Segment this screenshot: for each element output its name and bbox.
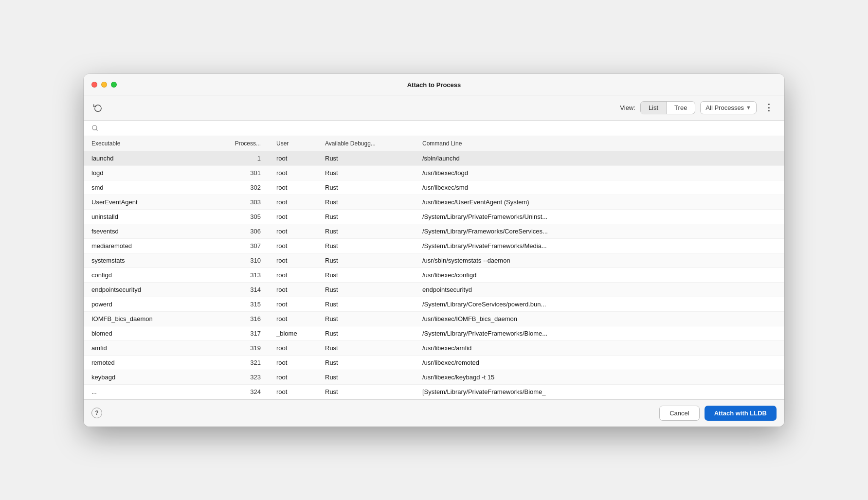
search-input[interactable] [102, 125, 777, 132]
table-cell-pid: 313 [220, 268, 269, 282]
table-cell-debug: Rust [317, 165, 415, 180]
table-cell-debug: Rust [317, 297, 415, 311]
maximize-button[interactable] [111, 82, 117, 88]
table-cell-debug: Rust [317, 311, 415, 326]
minimize-button[interactable] [101, 82, 107, 88]
table-cell-user: root [269, 340, 317, 355]
column-header-executable[interactable]: Executable [84, 136, 220, 151]
table-cell-pid: 1 [220, 151, 269, 165]
table-cell-cmdline: /System/Library/Frameworks/CoreServices.… [415, 224, 784, 238]
table-cell-pid: 323 [220, 370, 269, 384]
table-row[interactable]: IOMFB_bics_daemon316rootRust/usr/libexec… [84, 311, 784, 326]
help-button[interactable]: ? [91, 408, 102, 418]
table-cell-cmdline: /usr/libexec/amfid [415, 340, 784, 355]
table-cell-debug: Rust [317, 268, 415, 282]
table-row[interactable]: powerd315rootRust/System/Library/CoreSer… [84, 297, 784, 311]
table-cell-cmdline: /usr/libexec/IOMFB_bics_daemon [415, 311, 784, 326]
table-cell-user: root [269, 297, 317, 311]
table-cell-pid: 315 [220, 297, 269, 311]
table-row[interactable]: configd313rootRust/usr/libexec/configd [84, 268, 784, 282]
table-cell-user: root [269, 195, 317, 209]
table-row[interactable]: systemstats310rootRust/usr/sbin/systemst… [84, 253, 784, 268]
table-row[interactable]: launchd1rootRust/sbin/launchd [84, 151, 784, 165]
table-cell-cmdline: /usr/libexec/remoted [415, 355, 784, 370]
column-header-pid[interactable]: Process... [220, 136, 269, 151]
table-cell-pid: 305 [220, 209, 269, 224]
table-cell-pid: 301 [220, 165, 269, 180]
table-cell-executable: endpointsecurityd [84, 282, 220, 297]
table-row[interactable]: uninstalld305rootRust/System/Library/Pri… [84, 209, 784, 224]
table-cell-cmdline: /sbin/launchd [415, 151, 784, 165]
table-cell-user: root [269, 165, 317, 180]
table-row[interactable]: smd302rootRust/usr/libexec/smd [84, 180, 784, 195]
search-bar [84, 121, 784, 136]
table-cell-cmdline: /usr/libexec/smd [415, 180, 784, 195]
table-row[interactable]: keybagd323rootRust/usr/libexec/keybagd -… [84, 370, 784, 384]
table-cell-cmdline: /usr/libexec/configd [415, 268, 784, 282]
list-view-button[interactable]: List [641, 102, 667, 114]
table-row[interactable]: amfid319rootRust/usr/libexec/amfid [84, 340, 784, 355]
table-cell-pid: 302 [220, 180, 269, 195]
table-cell-user: root [269, 370, 317, 384]
table-row[interactable]: endpointsecurityd314rootRustendpointsecu… [84, 282, 784, 297]
table-cell-debug: Rust [317, 224, 415, 238]
process-table-container: Executable Process... User Available Deb… [84, 136, 784, 399]
filter-dropdown[interactable]: All Processes ▼ [700, 101, 757, 114]
table-cell-cmdline: /usr/libexec/logd [415, 165, 784, 180]
titlebar: Attach to Process [84, 74, 784, 95]
table-row[interactable]: logd301rootRust/usr/libexec/logd [84, 165, 784, 180]
table-cell-debug: Rust [317, 151, 415, 165]
table-cell-cmdline: /System/Library/CoreServices/powerd.bun.… [415, 297, 784, 311]
table-row[interactable]: fseventsd306rootRust/System/Library/Fram… [84, 224, 784, 238]
table-cell-cmdline: /System/Library/PrivateFrameworks/Biome.… [415, 326, 784, 340]
table-row[interactable]: mediaremoted307rootRust/System/Library/P… [84, 238, 784, 253]
table-cell-executable: remoted [84, 355, 220, 370]
close-button[interactable] [91, 82, 97, 88]
table-cell-cmdline: /usr/sbin/systemstats --daemon [415, 253, 784, 268]
footer-buttons: Cancel Attach with LLDB [659, 406, 777, 421]
table-cell-user: root [269, 282, 317, 297]
table-cell-user: root [269, 151, 317, 165]
table-cell-debug: Rust [317, 238, 415, 253]
table-cell-debug: Rust [317, 253, 415, 268]
column-header-debug[interactable]: Available Debugg... [317, 136, 415, 151]
table-cell-pid: 307 [220, 238, 269, 253]
table-cell-executable: smd [84, 180, 220, 195]
table-cell-user: _biome [269, 326, 317, 340]
table-cell-debug: Rust [317, 355, 415, 370]
column-header-user[interactable]: User [269, 136, 317, 151]
table-cell-user: root [269, 355, 317, 370]
table-body: launchd1rootRust/sbin/launchdlogd301root… [84, 151, 784, 399]
search-icon [91, 125, 98, 131]
chevron-down-icon: ▼ [746, 105, 751, 110]
table-cell-debug: Rust [317, 370, 415, 384]
table-cell-user: root [269, 224, 317, 238]
help-label: ? [95, 410, 98, 416]
table-cell-pid: 321 [220, 355, 269, 370]
table-cell-user: root [269, 253, 317, 268]
refresh-button[interactable] [91, 101, 104, 114]
table-cell-cmdline: /usr/libexec/keybagd -t 15 [415, 370, 784, 384]
table-row[interactable]: biomed317_biomeRust/System/Library/Priva… [84, 326, 784, 340]
table-row[interactable]: ...324rootRust[System/Library/PrivateFra… [84, 384, 784, 399]
table-row[interactable]: UserEventAgent303rootRust/usr/libexec/Us… [84, 195, 784, 209]
table-cell-executable: uninstalld [84, 209, 220, 224]
tree-view-button[interactable]: Tree [667, 102, 695, 114]
table-cell-executable: UserEventAgent [84, 195, 220, 209]
footer: ? Cancel Attach with LLDB [84, 399, 784, 427]
attach-button[interactable]: Attach with LLDB [705, 406, 777, 421]
window-title: Attach to Process [407, 81, 461, 89]
table-row[interactable]: remoted321rootRust/usr/libexec/remoted [84, 355, 784, 370]
cancel-button[interactable]: Cancel [659, 406, 699, 421]
table-cell-pid: 319 [220, 340, 269, 355]
svg-line-1 [96, 129, 97, 130]
refresh-icon [93, 103, 102, 112]
table-cell-executable: ... [84, 384, 220, 399]
table-cell-executable: IOMFB_bics_daemon [84, 311, 220, 326]
more-options-button[interactable]: ⋮ [761, 101, 777, 114]
table-cell-pid: 303 [220, 195, 269, 209]
table-cell-debug: Rust [317, 384, 415, 399]
column-header-cmdline[interactable]: Command Line [415, 136, 784, 151]
view-toggle: List Tree [640, 101, 695, 114]
table-cell-executable: biomed [84, 326, 220, 340]
